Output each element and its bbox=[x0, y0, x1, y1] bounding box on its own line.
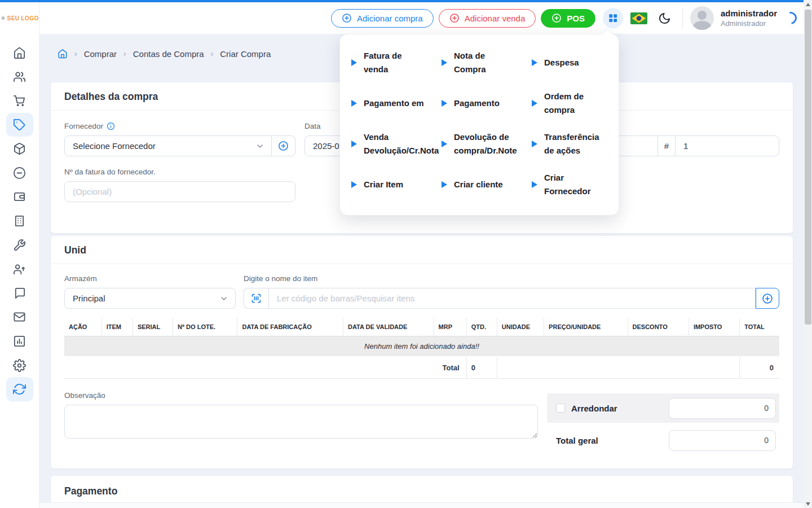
triangle-icon bbox=[532, 141, 537, 147]
home-icon[interactable] bbox=[58, 49, 68, 59]
bar-chart-icon bbox=[13, 335, 26, 348]
sidebar-item-reports[interactable] bbox=[6, 329, 33, 353]
dark-mode-toggle[interactable] bbox=[655, 8, 675, 28]
grid-icon bbox=[607, 12, 619, 24]
menu-item-despesa[interactable]: Despesa bbox=[532, 49, 610, 76]
scroll-up-arrow[interactable] bbox=[804, 0, 812, 8]
triangle-icon bbox=[442, 181, 447, 188]
total-amount: 0 bbox=[740, 357, 779, 379]
supplier-invoice-input[interactable] bbox=[64, 181, 295, 202]
plus-circle-icon bbox=[278, 141, 289, 151]
app-logo[interactable]: ✳ SEU LOGO bbox=[0, 2, 39, 34]
sidebar-item-sync[interactable] bbox=[6, 377, 33, 401]
scroll-down-arrow[interactable] bbox=[804, 500, 812, 508]
sidebar-item-tag[interactable] bbox=[6, 113, 33, 137]
triangle-icon bbox=[442, 141, 447, 147]
plus-circle-icon bbox=[762, 293, 773, 304]
pos-button[interactable]: POS bbox=[541, 9, 595, 28]
triangle-icon bbox=[351, 59, 357, 66]
people-icon bbox=[13, 262, 26, 275]
menu-item-transferencia-de-acoes[interactable]: Transferência de ações bbox=[532, 130, 610, 157]
sync-icon bbox=[13, 383, 26, 396]
menu-item-fatura-de-venda[interactable]: Fatura de venda bbox=[351, 49, 442, 76]
totals-row: Total 0 0 bbox=[64, 357, 779, 379]
table-header-row: AÇÃO ITEM SERIAL Nº DO LOTE. DATA DE FAB… bbox=[64, 318, 779, 336]
sidebar-item-wallet[interactable] bbox=[6, 185, 33, 209]
sidebar-item-tools[interactable] bbox=[6, 233, 33, 257]
user-menu[interactable]: administrador Administrador bbox=[690, 6, 777, 30]
col-preco-unidade: PREÇO/UNIDADE bbox=[544, 318, 628, 336]
col-serial: SERIAL bbox=[133, 318, 173, 336]
menu-item-pagamento[interactable]: Pagamento bbox=[442, 90, 532, 117]
warehouse-select[interactable]: Principal bbox=[64, 288, 236, 309]
breadcrumb-contas-de-compra[interactable]: Contas de Compra bbox=[133, 49, 204, 59]
item-search-input[interactable] bbox=[268, 288, 756, 309]
triangle-icon bbox=[351, 100, 357, 107]
plus-circle-icon bbox=[551, 13, 562, 23]
menu-item-nota-de-compra[interactable]: Nota de Compra bbox=[442, 49, 532, 76]
sidebar-item-people[interactable] bbox=[6, 257, 33, 281]
menu-item-pagamento-em[interactable]: Pagamento em bbox=[351, 90, 442, 117]
sidebar-item-mail[interactable] bbox=[6, 305, 33, 330]
chevron-down-icon bbox=[219, 294, 228, 303]
loading-spinner bbox=[782, 10, 800, 27]
add-item-button[interactable] bbox=[756, 288, 779, 309]
language-flag-brazil[interactable] bbox=[630, 12, 647, 24]
sidebar-item-building[interactable] bbox=[6, 209, 33, 233]
add-purchase-button[interactable]: Adicionar compra bbox=[331, 9, 434, 28]
total-label: Total bbox=[64, 357, 466, 379]
card-title: Unid bbox=[51, 236, 793, 264]
breadcrumb-comprar[interactable]: Comprar bbox=[84, 49, 117, 59]
add-sale-button[interactable]: Adicionar venda bbox=[439, 9, 536, 28]
supplier-label: Fornecedor bbox=[64, 122, 295, 130]
sidebar-item-package[interactable] bbox=[6, 137, 33, 161]
wallet-icon bbox=[13, 190, 26, 203]
quick-menu-button[interactable] bbox=[603, 8, 623, 28]
items-card: Unid Armazém Principal Digi bbox=[51, 236, 793, 468]
gear-icon bbox=[13, 359, 26, 372]
menu-item-criar-fornecedor[interactable]: Criar Fornecedor bbox=[532, 171, 610, 198]
menu-item-venda-devolucao[interactable]: Venda Devolução/Cr.Nota bbox=[351, 130, 442, 157]
sidebar-item-minus-circle[interactable] bbox=[6, 161, 33, 185]
triangle-icon bbox=[351, 181, 357, 188]
minus-circle-icon bbox=[13, 167, 26, 179]
mail-icon bbox=[13, 310, 26, 323]
sidebar-item-chat[interactable] bbox=[6, 281, 33, 305]
menu-item-devolucao-de-compra[interactable]: Devolução de compra/Dr.Note bbox=[442, 130, 532, 157]
sidebar-item-cart[interactable] bbox=[6, 89, 33, 113]
sidebar-item-settings[interactable] bbox=[6, 353, 33, 378]
plus-circle-icon bbox=[449, 13, 460, 23]
supplier-select[interactable]: Selecione Fornecedor bbox=[64, 135, 272, 156]
col-total: TOTAL bbox=[740, 318, 779, 336]
plus-circle-icon bbox=[342, 13, 352, 23]
moon-icon bbox=[658, 12, 671, 25]
chat-icon bbox=[13, 287, 26, 300]
note-textarea[interactable] bbox=[64, 405, 538, 439]
items-table: AÇÃO ITEM SERIAL Nº DO LOTE. DATA DE FAB… bbox=[64, 318, 779, 379]
rounding-input[interactable] bbox=[669, 398, 776, 419]
reference-number-input[interactable] bbox=[675, 135, 779, 156]
col-item: ITEM bbox=[102, 318, 133, 336]
rounding-checkbox[interactable] bbox=[556, 404, 565, 413]
info-icon[interactable] bbox=[107, 122, 115, 130]
col-mrp: MRP bbox=[434, 318, 466, 336]
quick-menu-dropdown: Fatura de venda Nota de Compra Despesa P… bbox=[339, 34, 619, 216]
menu-item-criar-item[interactable]: Criar Item bbox=[351, 171, 442, 198]
grand-total-row: Total geral bbox=[547, 426, 779, 455]
note-label: Observação bbox=[64, 391, 538, 400]
sidebar-item-users[interactable] bbox=[6, 65, 33, 89]
horizontal-scrollbar[interactable] bbox=[39, 502, 804, 508]
menu-item-ordem-de-compra[interactable]: Ordem de compra bbox=[532, 90, 610, 117]
sidebar: ✳ SEU LOGO bbox=[0, 2, 39, 508]
vertical-scrollbar[interactable] bbox=[804, 0, 812, 508]
col-fabricacao: DATA DE FABRICAÇÃO bbox=[237, 318, 343, 336]
scrollbar-thumb[interactable] bbox=[805, 10, 811, 325]
logo-text: SEU LOGO bbox=[7, 15, 39, 21]
package-icon bbox=[13, 142, 26, 155]
menu-item-criar-cliente[interactable]: Criar cliente bbox=[442, 171, 532, 198]
users-icon bbox=[13, 70, 26, 83]
grand-total-label: Total geral bbox=[556, 436, 598, 445]
grand-total-input[interactable] bbox=[669, 430, 776, 451]
add-supplier-button[interactable] bbox=[272, 135, 295, 156]
sidebar-item-home[interactable] bbox=[6, 41, 33, 65]
